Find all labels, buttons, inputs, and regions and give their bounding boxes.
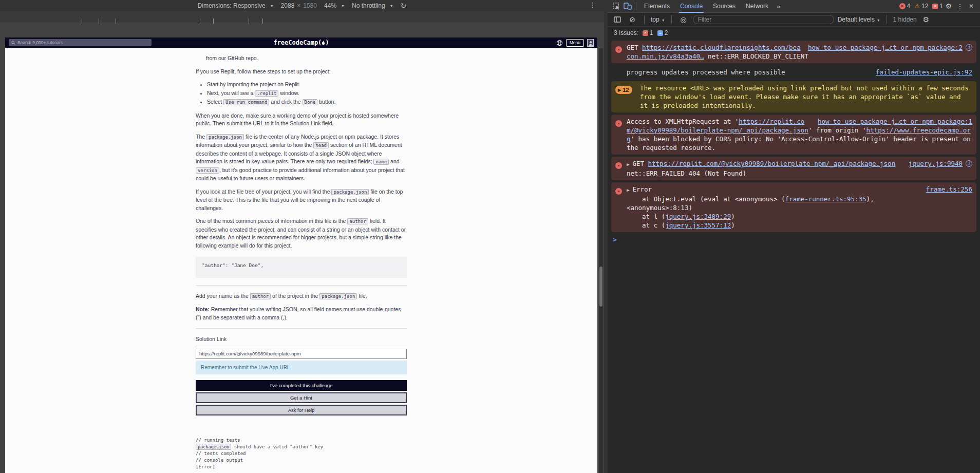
expand-triangle-icon[interactable]	[627, 185, 629, 193]
console-url-link[interactable]: https://	[739, 118, 769, 125]
fcc-search-box[interactable]	[9, 39, 152, 46]
solution-link-label: Solution Link	[196, 335, 407, 344]
rotate-viewport-icon[interactable]: ↻	[401, 2, 407, 10]
device-toolbar: Dimensions: Responsive 2088 × 1580 44% N…	[0, 0, 604, 11]
console-warning-message: 12 The resource <URL> was preloaded usin…	[611, 81, 976, 112]
expand-triangle-icon[interactable]	[627, 160, 629, 167]
clear-console-icon[interactable]	[627, 13, 638, 26]
devtools-panel: Elements Console Sources Network 4 12 1 …	[608, 0, 980, 473]
completed-challenge-button[interactable]: I've completed this challenge	[196, 380, 407, 391]
tab-console[interactable]: Console	[675, 0, 708, 13]
issues-label[interactable]: 3 Issues:	[614, 29, 638, 36]
warning-count-badge[interactable]: 12	[914, 3, 928, 10]
stack-line: at c (jquery.js:3557:12)	[627, 221, 972, 230]
toggle-device-toolbar-icon[interactable]	[622, 0, 633, 13]
breaking-change-issues-badge[interactable]: 2	[657, 29, 668, 36]
source-location-link[interactable]: jquery.js:9940	[909, 159, 963, 168]
blocked-request-info-icon[interactable]	[966, 44, 972, 51]
console-sidebar-icon[interactable]	[612, 13, 623, 26]
ask-for-help-button[interactable]: Ask for Help	[196, 405, 407, 415]
tab-elements[interactable]: Elements	[639, 0, 675, 13]
console-prompt-chevron[interactable]	[613, 235, 976, 244]
hidden-messages-label: 1 hidden	[893, 16, 917, 23]
error-count-badge[interactable]: 4	[899, 3, 911, 10]
divider	[644, 15, 645, 24]
console-settings-gear-icon[interactable]	[920, 13, 932, 26]
console-url-link[interactable]: https://	[866, 126, 897, 134]
source-location-link[interactable]: frame.ts:256	[926, 185, 972, 194]
error-icon	[615, 162, 622, 169]
message-text: progress updates processed where possibl…	[627, 68, 785, 76]
stack-line: at l (jquery.js:3489:29)	[627, 212, 972, 221]
close-devtools-icon[interactable]	[966, 0, 977, 13]
replit-steps-list: Start by importing the project on Replit…	[207, 81, 407, 107]
console-error-message: how-to-use-package-j…ct-or-npm-package:2…	[611, 41, 976, 63]
tab-sources[interactable]: Sources	[708, 0, 741, 13]
inspect-element-icon[interactable]	[611, 0, 622, 13]
console-url-link[interactable]: replit.com/@vicky09989/boilerplate-npm/_…	[627, 118, 808, 134]
warning-group-count-badge[interactable]: 12	[615, 86, 632, 94]
globe-icon[interactable]	[556, 40, 563, 46]
page-error-issues-badge[interactable]: 1	[643, 29, 653, 36]
output-line: // console output	[196, 457, 407, 464]
issues-count-badge[interactable]: 1	[932, 3, 943, 10]
expand-triangle-icon	[618, 85, 621, 94]
screenshot-root: Dimensions: Responsive 2088 × 1580 44% N…	[0, 0, 980, 473]
error-icon	[615, 188, 622, 195]
menu-button[interactable]: Menu	[566, 39, 584, 47]
output-line: [Error]	[196, 464, 407, 470]
add-name-paragraph: Add your name as the author of the proje…	[196, 292, 407, 301]
test-output-console: // running tests package.json should hav…	[196, 437, 407, 470]
dimensions-dropdown[interactable]: Dimensions: Responsive	[198, 2, 274, 9]
console-log-message: failed-updates-epic.js:92 progress updat…	[611, 65, 976, 79]
console-url-link[interactable]: https://replit.com/@vicky09989/boilerpla…	[648, 160, 853, 167]
solution-link-input[interactable]	[196, 349, 407, 359]
console-url-link[interactable]: frame-runner.ts:95:35	[785, 195, 866, 203]
console-filter-input[interactable]	[693, 15, 834, 24]
source-location-link[interactable]: how-to-use-package-j…ct-or-npm-package:1	[818, 117, 972, 126]
flame-icon	[322, 40, 325, 45]
blocked-request-info-icon[interactable]	[966, 160, 972, 167]
note-paragraph: Note: Remember that you're writing JSON,…	[196, 306, 407, 321]
message-text: Error	[632, 185, 652, 193]
devtools-splitter[interactable]	[604, 0, 608, 473]
scrollbar-thumb[interactable]	[599, 267, 602, 307]
settings-gear-icon[interactable]	[943, 0, 954, 13]
viewport-scrollbar[interactable]	[599, 48, 603, 473]
package-json-paragraph: The package.json file is the center of a…	[196, 133, 407, 183]
output-line: package.json should have a valid "author…	[196, 444, 407, 450]
divider	[671, 15, 672, 24]
divider	[887, 15, 887, 24]
console-error-message: how-to-use-package-j…ct-or-npm-package:1…	[611, 115, 976, 155]
search-icon	[11, 41, 15, 45]
file-tree-paragraph: If you look at the file tree of your pro…	[196, 188, 407, 213]
device-toolbar-menu-icon[interactable]	[589, 1, 596, 9]
javascript-context-dropdown[interactable]: top	[651, 16, 665, 23]
console-url-link[interactable]: jquery.js:3557:12	[665, 221, 731, 229]
zoom-dropdown[interactable]: 44%	[324, 2, 345, 9]
fcc-search-input[interactable]	[17, 40, 149, 45]
error-icon	[899, 3, 906, 9]
console-url-link[interactable]: jquery.js:3489:29	[665, 213, 731, 220]
devtools-menu-icon[interactable]	[954, 0, 966, 13]
message-text: GET https://static.cloudflareinsights.co…	[627, 44, 808, 60]
console-url-link[interactable]: ackage.json	[853, 160, 895, 167]
user-icon	[588, 41, 593, 46]
console-messages: how-to-use-package-j…ct-or-npm-package:2…	[608, 39, 980, 244]
issue-error-icon	[643, 30, 648, 36]
device-mode-ruler	[0, 11, 604, 24]
more-tabs-icon[interactable]	[774, 3, 783, 10]
get-hint-button[interactable]: Get a Hint	[196, 392, 407, 403]
console-error-message: jquery.js:9940 GET https://replit.com/@v…	[611, 157, 976, 180]
stack-line: at Object.eval (eval at <anonymous> (fra…	[627, 195, 972, 203]
avatar-sign-in-button[interactable]	[587, 39, 594, 47]
source-location-link[interactable]: how-to-use-package-j…ct-or-npm-package:2	[808, 43, 963, 52]
source-location-link[interactable]: failed-updates-epic.js:92	[876, 68, 972, 77]
console-url-link[interactable]: https://static.cloudflareinsig	[642, 44, 758, 51]
viewport-width-field[interactable]: 2088	[281, 2, 295, 9]
viewport-height-field[interactable]: 1580	[303, 2, 317, 9]
tab-network[interactable]: Network	[741, 0, 774, 13]
log-levels-dropdown[interactable]: Default levels	[838, 16, 880, 23]
throttling-dropdown[interactable]: No throttling	[352, 2, 393, 9]
live-expression-eye-icon[interactable]	[678, 13, 689, 26]
